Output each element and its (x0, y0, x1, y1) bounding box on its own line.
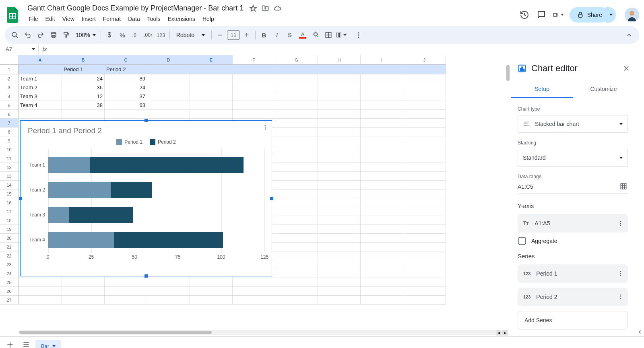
row-header-25[interactable]: 25 (0, 278, 19, 287)
cell-G11[interactable] (275, 154, 318, 163)
cell-G5[interactable] (275, 101, 318, 110)
row-header-4[interactable]: 4 (0, 92, 19, 101)
toolbar-more-icon[interactable] (353, 29, 365, 41)
cell-C4[interactable]: 37 (105, 92, 147, 101)
yaxis-chip[interactable]: Tᴛ A1:A5 (518, 214, 628, 233)
increase-decimal-icon[interactable]: .00↑ (142, 29, 154, 41)
cell-B27[interactable] (62, 296, 105, 305)
row-header-15[interactable]: 15 (0, 189, 19, 198)
cell-H25[interactable] (318, 278, 361, 287)
cell-I7[interactable] (361, 119, 403, 128)
cell-J13[interactable] (403, 172, 446, 181)
row-header-10[interactable]: 10 (0, 145, 19, 154)
resize-handle-w[interactable] (19, 197, 22, 200)
row-header-5[interactable]: 5 (0, 101, 19, 110)
cell-I1[interactable] (361, 65, 403, 74)
row-header-6[interactable]: 6 (0, 110, 19, 119)
close-icon[interactable] (621, 64, 631, 73)
hscroll-thumb[interactable] (19, 331, 212, 334)
cell-H6[interactable] (318, 110, 361, 119)
row-header-21[interactable]: 21 (0, 243, 19, 251)
tab-customize[interactable]: Customize (573, 81, 634, 98)
row-header-18[interactable]: 18 (0, 216, 19, 225)
row-header-1[interactable]: 1 (0, 65, 19, 74)
cell-C27[interactable] (105, 296, 147, 305)
row-header-3[interactable]: 3 (0, 83, 19, 92)
bar-segment[interactable] (111, 182, 152, 198)
name-box[interactable]: A7 (2, 44, 39, 55)
row-header-9[interactable]: 9 (0, 136, 19, 145)
cell-H2[interactable] (318, 74, 361, 83)
chart-object[interactable]: Period 1 and Period 2 Period 1Period 2 T… (20, 120, 272, 276)
percent-icon[interactable]: % (116, 29, 128, 41)
cell-G9[interactable] (275, 136, 318, 145)
cell-H19[interactable] (318, 225, 361, 234)
cell-A27[interactable] (19, 296, 62, 305)
cell-A5[interactable]: Team 4 (19, 101, 62, 110)
chart-menu-icon[interactable] (262, 124, 268, 130)
cell-A4[interactable]: Team 3 (19, 92, 62, 101)
cell-J27[interactable] (403, 296, 446, 305)
cell-F26[interactable] (233, 287, 275, 296)
vertical-scrollbar[interactable] (506, 65, 510, 324)
cell-A3[interactable]: Team 2 (19, 83, 62, 92)
row-header-7[interactable]: 7 (0, 119, 19, 128)
cell-I25[interactable] (361, 278, 403, 287)
cell-B4[interactable]: 12 (62, 92, 105, 101)
cell-F25[interactable] (233, 278, 275, 287)
cell-H22[interactable] (318, 251, 361, 260)
redo-icon[interactable] (35, 29, 47, 41)
cell-I5[interactable] (361, 101, 403, 110)
menu-view[interactable]: View (59, 14, 78, 24)
cell-H24[interactable] (318, 269, 361, 278)
row-header-8[interactable]: 8 (0, 128, 19, 136)
row-header-14[interactable]: 14 (0, 181, 19, 189)
cell-I6[interactable] (361, 110, 403, 119)
cell-I20[interactable] (361, 234, 403, 243)
col-header-D[interactable]: D (147, 55, 190, 65)
cell-C3[interactable]: 24 (105, 83, 147, 92)
cell-D26[interactable] (147, 287, 190, 296)
cell-A1[interactable] (19, 65, 62, 74)
zoom-select[interactable]: 100% (73, 32, 98, 38)
cell-G10[interactable] (275, 145, 318, 154)
cell-C1[interactable]: Period 2 (105, 65, 147, 74)
cell-B1[interactable]: Period 1 (62, 65, 105, 74)
cell-E25[interactable] (190, 278, 233, 287)
cell-H3[interactable] (318, 83, 361, 92)
merge-cells-icon[interactable] (335, 29, 347, 41)
cell-J8[interactable] (403, 128, 446, 136)
cell-I24[interactable] (361, 269, 403, 278)
row-header-24[interactable]: 24 (0, 269, 19, 278)
cell-J7[interactable] (403, 119, 446, 128)
cell-J1[interactable] (403, 65, 446, 74)
cell-F5[interactable] (233, 101, 275, 110)
cell-A6[interactable] (19, 110, 62, 119)
cell-G15[interactable] (275, 189, 318, 198)
cell-A2[interactable]: Team 1 (19, 74, 62, 83)
cell-J11[interactable] (403, 154, 446, 163)
cell-I23[interactable] (361, 260, 403, 269)
cell-D3[interactable] (147, 83, 190, 92)
cell-I2[interactable] (361, 74, 403, 83)
cell-E1[interactable] (190, 65, 233, 74)
resize-handle-e[interactable] (270, 197, 273, 200)
cell-H4[interactable] (318, 92, 361, 101)
cell-F3[interactable] (233, 83, 275, 92)
row-header-12[interactable]: 12 (0, 163, 19, 172)
share-button[interactable]: Share (570, 7, 609, 23)
cell-G26[interactable] (275, 287, 318, 296)
all-sheets-icon[interactable] (19, 338, 33, 348)
undo-icon[interactable] (22, 29, 34, 41)
cell-J21[interactable] (403, 243, 446, 251)
cell-H17[interactable] (318, 207, 361, 216)
cell-G22[interactable] (275, 251, 318, 260)
cell-H1[interactable] (318, 65, 361, 74)
col-header-I[interactable]: I (361, 55, 403, 65)
cell-F1[interactable] (233, 65, 275, 74)
cell-I10[interactable] (361, 145, 403, 154)
cell-J6[interactable] (403, 110, 446, 119)
cell-H13[interactable] (318, 172, 361, 181)
cell-E6[interactable] (190, 110, 233, 119)
col-header-J[interactable]: J (403, 55, 446, 65)
